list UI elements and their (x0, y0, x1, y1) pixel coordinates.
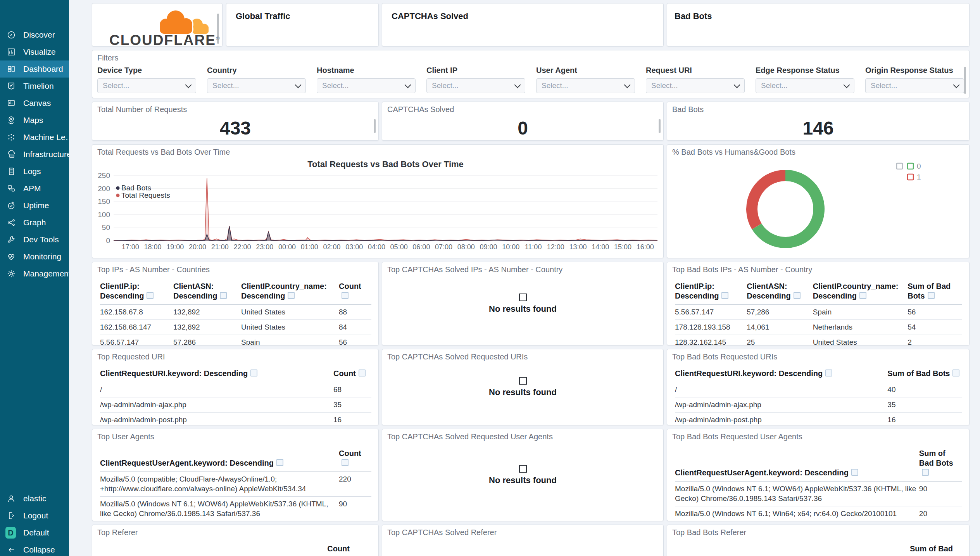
column-header[interactable]: Sum of Bad (910, 544, 953, 553)
column-header[interactable]: Count (327, 544, 350, 553)
sort-icon[interactable] (928, 292, 935, 299)
client-ip-filter-select[interactable]: Select... (426, 78, 525, 93)
sidebar-item-monitoring[interactable]: Monitoring (0, 248, 69, 265)
table-cell: United States (241, 305, 339, 320)
filter-label: Device Type (97, 66, 196, 75)
data-table: ClientRequestURI.keyword: DescendingCoun… (100, 369, 371, 425)
sidebar-item-apm[interactable]: APM (0, 180, 69, 197)
sidebar-item-label: Default (23, 528, 49, 537)
sort-icon[interactable] (794, 292, 801, 299)
column-header[interactable]: Count (333, 369, 371, 382)
column-header[interactable]: Count (339, 281, 371, 305)
sort-icon[interactable] (276, 459, 283, 466)
sidebar-item-uptime[interactable]: Uptime (0, 197, 69, 214)
filter-label: Edge Response Status (756, 66, 854, 75)
table-panel-title: Top Requested URI (97, 352, 165, 361)
sidebar-item-infrastructure[interactable]: Infrastructure (0, 146, 69, 163)
sort-icon[interactable] (952, 370, 959, 376)
legend-label[interactable]: 0 (917, 162, 921, 170)
sidebar-item-logout[interactable]: Logout (0, 507, 69, 524)
sort-icon[interactable] (342, 292, 349, 299)
request-uri-filter-select[interactable]: Select... (646, 78, 745, 93)
column-header[interactable]: ClientASN: Descending (173, 281, 241, 305)
sidebar-item-dashboard[interactable]: Dashboard (0, 60, 69, 78)
table-cell: 132,892 (173, 305, 241, 320)
sidebar-item-visualize[interactable]: Visualize (0, 43, 69, 60)
legend-label[interactable]: 1 (917, 173, 921, 181)
column-header[interactable]: ClientASN: Descending (747, 281, 813, 305)
sidebar-item-space-default[interactable]: DDefault (0, 524, 69, 541)
sidebar-item-dev-tools[interactable]: Dev Tools (0, 231, 69, 248)
column-header[interactable]: ClientIP.country_name: Descending (813, 281, 908, 305)
data-table: ClientIP.ip: DescendingClientASN: Descen… (675, 281, 962, 345)
table-panel-title: Top CAPTCHAs Solved Referer (387, 528, 497, 537)
column-header[interactable]: Count (339, 449, 371, 472)
sidebar-item-graph[interactable]: Graph (0, 214, 69, 231)
scrollbar-thumb[interactable] (217, 14, 219, 44)
legend-swatch-0[interactable] (908, 163, 913, 169)
column-header[interactable]: ClientRequestUserAgent.keyword: Descendi… (675, 449, 919, 482)
device-type-filter-select[interactable]: Select... (97, 78, 196, 93)
column-header[interactable]: ClientIP.ip: Descending (675, 281, 747, 305)
svg-text:Bad Bots: Bad Bots (121, 184, 151, 192)
legend-item-bad-bots[interactable]: Bad Bots (116, 184, 152, 192)
filter-label: Hostname (317, 66, 416, 75)
sidebar-item-maps[interactable]: Maps (0, 112, 69, 129)
sort-icon[interactable] (859, 292, 866, 299)
column-header[interactable]: Sum of Bad Bots (908, 281, 962, 305)
panel-badbot-referer: Top Bad Bots Referer Sum of Bad (667, 525, 970, 556)
user-agent-filter-select[interactable]: Select... (536, 78, 635, 93)
sort-icon[interactable] (825, 370, 832, 376)
column-header[interactable]: Sum of Bad Bots (919, 449, 962, 482)
edge-response-status-filter-select[interactable]: Select... (756, 78, 854, 93)
filter-field-user-agent: User AgentSelect... (536, 66, 635, 93)
space-badge: D (7, 528, 16, 537)
sort-icon[interactable] (721, 292, 728, 299)
hostname-filter-select[interactable]: Select... (317, 78, 416, 93)
svg-text:16:00: 16:00 (637, 243, 654, 251)
sort-icon[interactable] (359, 370, 366, 376)
scrollbar-thumb[interactable] (964, 67, 966, 94)
sort-icon[interactable] (851, 469, 858, 476)
svg-text:04:00: 04:00 (368, 243, 385, 251)
column-header[interactable]: ClientIP.country_name: Descending (241, 281, 339, 305)
table-row: Mozilla/5.0 (compatible; CloudFlare-Alwa… (100, 472, 371, 497)
table-row: 162.158.68.147132,892United States84 (100, 320, 371, 335)
column-header[interactable]: ClientRequestURI.keyword: Descending (675, 369, 887, 382)
sidebar-item-discover[interactable]: Discover (0, 26, 69, 43)
sidebar-item-collapse[interactable]: Collapse (0, 541, 69, 556)
column-header[interactable]: ClientIP.ip: Descending (100, 281, 173, 305)
sidebar-item-logs[interactable]: Logs (0, 163, 69, 180)
sidebar-item-canvas[interactable]: Canvas (0, 95, 69, 112)
sort-icon[interactable] (147, 292, 154, 299)
sidebar-item-label: Logout (23, 511, 48, 520)
table-panel-title: Top Bad Bots Referer (672, 528, 746, 537)
column-header[interactable]: Sum of Bad Bots (887, 369, 962, 382)
table-panel-title: Top CAPTCHAs Solved IPs - AS Number - Co… (387, 265, 562, 274)
sort-icon[interactable] (342, 459, 349, 466)
legend-toggle-icon[interactable] (897, 163, 902, 169)
sort-icon[interactable] (250, 370, 257, 376)
column-header[interactable]: ClientRequestUserAgent.keyword: Descendi… (100, 449, 339, 472)
sidebar-item-user[interactable]: elastic (0, 490, 69, 507)
table-panel-title: Top IPs - AS Number - Countries (97, 265, 210, 274)
sort-icon[interactable] (922, 469, 929, 476)
chevron-down-icon (405, 81, 411, 88)
origin-response-status-filter-select[interactable]: Select... (865, 78, 964, 93)
table-cell: / (100, 382, 333, 397)
sidebar-item-management[interactable]: Management (0, 265, 69, 282)
column-header[interactable]: ClientRequestURI.keyword: Descending (100, 369, 333, 382)
scrollbar-thumb[interactable] (659, 119, 661, 133)
country-filter-select[interactable]: Select... (207, 78, 306, 93)
sort-icon[interactable] (288, 292, 295, 299)
sidebar-item-timelion[interactable]: Timelion (0, 78, 69, 95)
sort-icon[interactable] (220, 292, 227, 299)
sidebar-item-label: Graph (23, 218, 46, 227)
sidebar-item-machine-learning[interactable]: Machine Le… (0, 129, 69, 146)
scrollbar-thumb[interactable] (374, 119, 376, 133)
legend-swatch-1[interactable] (908, 174, 913, 180)
legend-item-total-requests[interactable]: Total Requests (116, 191, 170, 199)
svg-text:23:00: 23:00 (256, 243, 273, 251)
table-cell: 57,286 (747, 305, 813, 320)
table-cell: 40 (887, 382, 962, 397)
